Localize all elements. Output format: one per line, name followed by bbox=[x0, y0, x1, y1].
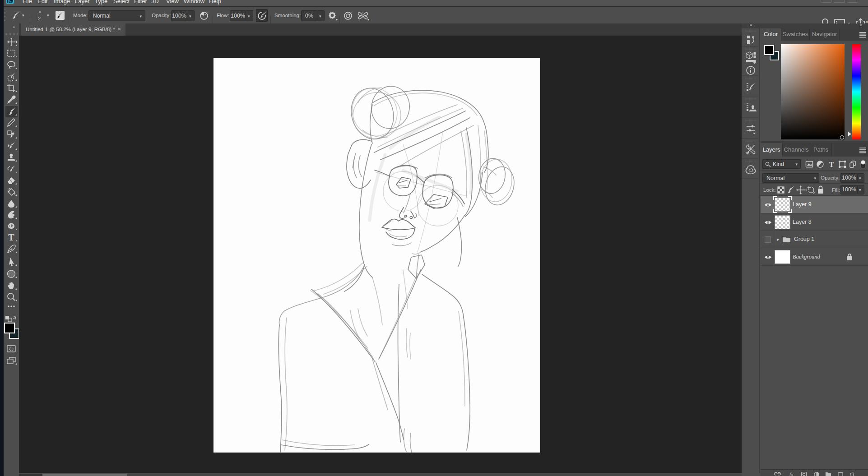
svg-text:fx: fx bbox=[789, 471, 793, 476]
svg-text:T: T bbox=[8, 232, 14, 242]
svg-text:T: T bbox=[829, 161, 834, 168]
